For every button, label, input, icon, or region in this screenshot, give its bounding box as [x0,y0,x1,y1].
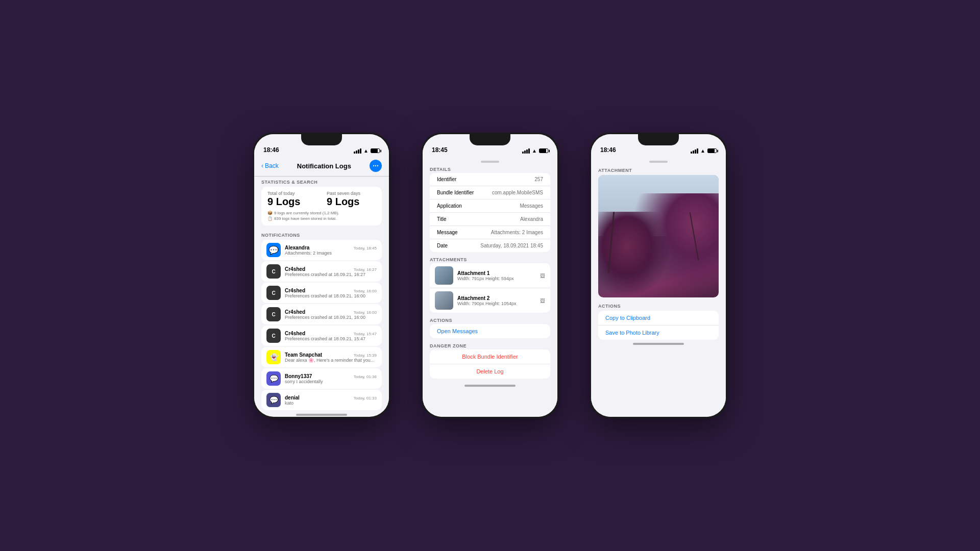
open-messages-label: Open Messages [437,328,478,334]
attach-name-2: Attachment 2 [457,295,536,301]
list-item[interactable]: C Cr4shed Today, 16:00 Preferences crash… [261,283,382,303]
message-label: Message [437,230,458,235]
status-time-3: 18:46 [600,146,616,154]
sheet-handle-3 [649,161,668,163]
image-icon-2: 🖼 [540,298,545,304]
image-icon-1: 🖼 [540,273,545,279]
attach-size-2: Width: 790px Height: 1054px [457,301,536,306]
attachment-image-inner [598,175,719,297]
notif-name: Alexandra [285,245,309,251]
notch-3 [638,134,679,145]
stat-today-value: 9 Logs [267,196,316,207]
phone-1: 18:46 ▲ ‹ Back Notification Logs [253,133,390,418]
notif-icon-cr4shed: C [266,264,281,279]
notif-msg: Preferences crashed at 18.09.21, 15:47 [285,336,377,341]
status-time-2: 18:45 [432,146,448,154]
notif-time: Today, 18:45 [354,246,377,251]
application-value: Messages [520,203,543,209]
danger-card: Block Bundle Identifier Delete Log [430,349,550,379]
bundle-label: Bundle Identifier [437,190,474,195]
status-icons-2: ▲ [522,148,548,154]
attachment-section-header: ATTACHMENT [591,165,726,175]
bundle-value: com.apple.MobileSMS [492,190,543,195]
list-item[interactable]: C Cr4shed Today, 15:47 Preferences crash… [261,325,382,346]
identifier-value: 257 [534,177,543,182]
copy-clipboard-button[interactable]: Copy to Clipboard [598,311,719,325]
actions-section-header-3: ACTIONS [591,300,726,311]
wifi-icon-1: ▲ [363,148,369,154]
notif-body: denial Today, 01:33 kato [285,395,377,406]
actions-section-header: ACTIONS [423,316,557,324]
notif-time: Today, 15:39 [354,353,377,358]
open-messages-button[interactable]: Open Messages [430,324,550,338]
attachments-section-header: ATTACHMENTS [423,255,557,263]
notif-msg: Attachments: 2 Images [285,251,377,256]
battery-icon-2 [539,148,548,153]
detail-bundle: Bundle Identifier com.apple.MobileSMS [430,186,550,199]
message-value: Attachments: 2 Images [491,230,543,235]
notif-name: Cr4shed [285,266,305,272]
back-label: Back [265,162,279,169]
attachment-1[interactable]: Attachment 1 Width: 791px Height: 594px … [430,263,550,288]
notif-body: Cr4shed Today, 16:00 Preferences crashed… [285,309,377,320]
delete-log-button[interactable]: Delete Log [430,364,550,379]
notif-icon-denial: 💬 [266,393,281,407]
save-photo-label: Save to Photo Library [605,330,659,336]
home-indicator-2 [464,385,516,387]
notif-msg: sorry I accidentally [285,379,377,384]
notif-icon-snapchat: 👻 [266,350,281,364]
identifier-label: Identifier [437,177,456,182]
stat-week: Past seven days 9 Logs [327,191,376,207]
wifi-icon-3: ▲ [700,148,705,154]
attachment-actions-card: Copy to Clipboard Save to Photo Library [598,311,719,340]
save-photo-button[interactable]: Save to Photo Library [598,325,719,340]
list-item[interactable]: C Cr4shed Today, 16:27 Preferences crash… [261,261,382,282]
stats-card: Total of today 9 Logs Past seven days 9 … [261,187,382,226]
attachment-thumb-1 [435,266,453,285]
list-item[interactable]: C Cr4shed Today, 16:00 Preferences crash… [261,304,382,324]
signal-icon-2 [522,148,530,154]
signal-icon-3 [691,148,698,154]
home-indicator-1 [296,414,347,416]
notif-icon-cr4shed: C [266,329,281,343]
ellipsis-icon: ··· [373,162,379,170]
notif-msg: Dear alexa 🌸, Here's a reminder that you… [285,358,377,363]
stat-today: Total of today 9 Logs [267,191,316,207]
delete-log-label: Delete Log [476,368,503,374]
notif-icon-cr4shed: C [266,286,281,300]
notif-msg: kato [285,400,377,406]
notif-msg: Preferences crashed at 18.09.21, 16:00 [285,315,377,320]
notif-icon-bonny: 💬 [266,371,281,386]
application-label: Application [437,203,462,209]
notif-icon-alexandra: 💬 [266,243,281,257]
list-item[interactable]: 💬 Alexandra Today, 18:45 Attachments: 2 … [261,240,382,260]
attachments-card: Attachment 1 Width: 791px Height: 594px … [430,263,550,313]
attachment-2[interactable]: Attachment 2 Width: 790px Height: 1054px… [430,288,550,313]
list-item[interactable]: 💬 denial Today, 01:33 kato [261,390,382,410]
stat-today-label: Total of today [267,191,316,196]
list-item[interactable]: 👻 Team Snapchat Today, 15:39 Dear alexa … [261,347,382,367]
battery-icon-1 [371,148,380,153]
attachment-image [598,175,719,297]
notif-icon-cr4shed: C [266,307,281,321]
attach-size-1: Width: 791px Height: 594px [457,276,536,281]
chevron-left-icon: ‹ [261,162,263,169]
notif-time: Today, 01:33 [354,396,377,400]
back-button-1[interactable]: ‹ Back [261,162,279,169]
detail-message: Message Attachments: 2 Images [430,226,550,239]
notch-2 [470,134,510,145]
actions-card: Open Messages [430,324,550,338]
block-bundle-button[interactable]: Block Bundle Identifier [430,349,550,364]
date-label: Date [437,243,448,248]
notif-body: Team Snapchat Today, 15:39 Dear alexa 🌸,… [285,352,377,363]
more-button[interactable]: ··· [370,160,382,172]
notif-section-header: NOTIFICATIONS [254,230,389,240]
attach-body-1: Attachment 1 Width: 791px Height: 594px [457,270,536,281]
list-item[interactable]: 💬 Bonny1337 Today, 01:36 sorry I acciden… [261,368,382,389]
nav-title-1: Notification Logs [297,162,351,170]
detail-date: Date Saturday, 18.09.2021 18:45 [430,239,550,252]
notif-body: Cr4shed Today, 16:00 Preferences crashed… [285,288,377,298]
title-label: Title [437,216,447,222]
status-icons-1: ▲ [354,148,380,154]
notif-msg: Preferences crashed at 18.09.21, 16:00 [285,293,377,298]
